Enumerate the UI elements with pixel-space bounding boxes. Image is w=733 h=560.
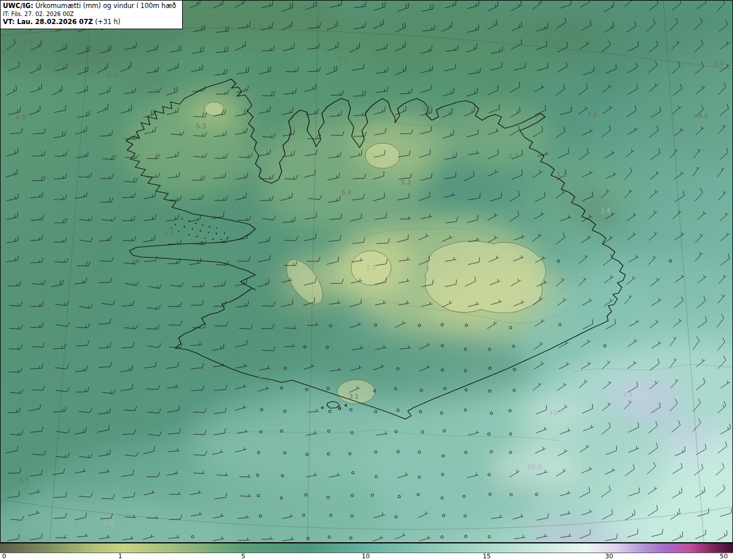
valid-offset: (+31 h) (93, 18, 120, 26)
colorbar-ticks: 01510153050 (0, 553, 733, 560)
colorbar-tick-label: 50 (720, 553, 728, 560)
contour-label: 5.2 (401, 179, 411, 186)
contour-label: 5.4 (341, 189, 352, 196)
contour-label: 10.7 (549, 409, 563, 416)
contour-label: 5.3 (196, 123, 206, 130)
contour-label: 9.8 (104, 519, 114, 527)
contour-label: 4.8 (587, 111, 597, 119)
contour-label: 6.6 (164, 230, 175, 237)
contour-label: 6.3 (23, 40, 33, 47)
contour-label: 1.0 (372, 152, 383, 160)
colorbar-tick-label: 15 (483, 553, 491, 560)
contour-label: 7.9 (622, 391, 633, 399)
valid-time-line: VT: Lau. 28.02.2026 07Z (+31 h) (3, 18, 176, 26)
weather-map: 4.74.56.33.23.86.05.04.84.84.85.31.02.53… (0, 0, 733, 543)
contour-label: 2.6 (601, 207, 611, 215)
contour-label: 6.5 (19, 476, 29, 484)
contour-label: 5.0 (422, 104, 432, 112)
contour-label: 5.2 (56, 196, 66, 204)
map-title-line: UWC/IG: Úrkomumætti (mm) og vindur í 100… (3, 2, 176, 10)
contour-label: 3.8 (714, 60, 724, 67)
contour-label: 4.8 (698, 112, 708, 120)
colorbar-tick-label: 10 (362, 553, 370, 560)
colorbar-tick-label: 0 (2, 553, 6, 560)
contour-label: 2.5 (509, 152, 519, 160)
contour-label: 3.1 (349, 393, 359, 400)
init-time-line: IT: Fös. 27. 02. 2026 00Z (3, 10, 176, 18)
contour-label: 3.4 (131, 257, 141, 265)
contour-label: 10.0 (527, 463, 542, 471)
colorbar: 01510153050 (0, 543, 733, 560)
contour-label: 4.8 (15, 114, 26, 121)
colorbar-gradient (0, 543, 733, 553)
contour-label: 3.2 (338, 56, 348, 63)
weather-map-page: 4.74.56.33.23.86.05.04.84.84.85.31.02.53… (0, 0, 733, 560)
colorbar-tick-label: 1 (118, 553, 122, 560)
title-box: UWC/IG: Úrkomumætti (mm) og vindur í 100… (0, 0, 183, 29)
contour-label: 4.5 (333, 23, 343, 31)
contour-label: 3.2 (556, 171, 566, 179)
contour-label: 1.5 (366, 264, 376, 271)
map-title: Úrkomumætti (mm) og vindur í 100m hæð (33, 2, 176, 10)
model-label: UWC/IG: (3, 2, 33, 10)
contour-label: 4.7 (252, 23, 262, 30)
valid-time: VT: Lau. 28.02.2026 07Z (3, 18, 93, 26)
colorbar-tick-label: 5 (241, 553, 245, 560)
contour-label: 7.0 (259, 376, 269, 384)
colorbar-tick-label: 30 (605, 553, 613, 560)
contour-label: 6.0 (107, 72, 117, 79)
